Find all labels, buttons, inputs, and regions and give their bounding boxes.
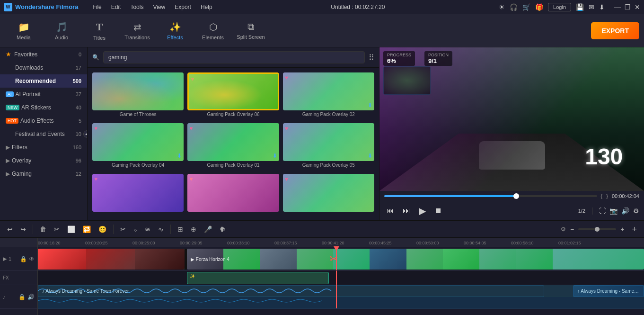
cart-icon[interactable]: 🛒 [522,3,530,11]
track-video-icon: ▶ [3,256,7,262]
effect-item-more3[interactable]: ♥ [283,174,374,216]
export-button[interactable]: EXPORT [591,22,639,39]
minimize-button[interactable]: — [614,3,621,11]
marker-0: 00:00:16:20 [38,241,61,245]
play-button[interactable]: ▶ [416,204,428,217]
zoom-slider[interactable] [578,228,616,230]
effects-track: ✨ [38,271,644,285]
mic-button[interactable]: 🎤 [202,224,214,234]
effects-clip[interactable]: ✨ [187,272,329,284]
emoji-button[interactable]: 😊 [96,224,109,234]
waveform-button[interactable]: ∿ [156,224,166,234]
redo-button[interactable]: ↪ [18,224,28,234]
keyframe-button[interactable]: ⬦ [131,224,140,234]
snapshot-icon[interactable]: 📷 [609,207,618,215]
toolbar-elements[interactable]: ⬡ Elements [194,15,232,46]
menu-edit[interactable]: Edit [106,0,126,14]
maximize-button[interactable]: ❐ [625,3,631,11]
menu-help[interactable]: Help [196,0,217,14]
sidebar-item-audio-effects[interactable]: HOT Audio Effects 5 [0,114,87,127]
toolbar-transitions[interactable]: ⇄ Transitions [118,15,156,46]
panel-collapse-arrow[interactable]: ◀ [83,130,88,138]
rewind-button[interactable]: ⏮ [384,206,397,216]
crop-button[interactable]: ⬜ [65,224,78,234]
sidebar-item-festival[interactable]: Festival and Events 10 [0,127,87,141]
track-lock-icon[interactable]: 🔒 [20,256,27,262]
audio-clip-2[interactable]: ♪ Always Dreaming - Same Town Forev... [573,285,644,297]
audio-clip-1[interactable]: ♪ Always Dreaming - Same Town Forever [38,285,544,297]
track-1-label: 1 [9,256,11,262]
marker-11: 00:01:02:15 [558,241,581,245]
sidebar-item-gaming[interactable]: ▶ Gaming 12 [0,167,87,180]
sidebar-item-ai-portrait[interactable]: AI AI Portrait 37 [0,88,87,101]
sidebar-item-recommended[interactable]: Recommended 500 [0,74,87,88]
stop-button[interactable]: ⏹ [432,206,444,216]
theme-icon[interactable]: ☀ [499,3,505,11]
search-icon: 🔍 [92,54,99,61]
cut-button[interactable]: ✂ [52,224,62,234]
settings-icon[interactable]: ⚙ [633,207,639,215]
close-button[interactable]: ✕ [635,3,640,11]
effect-item-gp4[interactable]: ♥ ⬇ Gaming Pack Overlay 04 [92,123,184,170]
audio-lock-icon[interactable]: 🔒 [18,294,26,300]
sidebar-item-overlay[interactable]: ▶ Overlay 96 [0,154,87,167]
effect-item-gp5[interactable]: ♥ ⬇ Gaming Pack Overlay 05 [283,123,374,170]
save-icon[interactable]: 💾 [576,3,584,11]
add-media-button[interactable]: + [629,223,639,236]
split-clip-button[interactable]: ✂ [118,224,128,234]
menu-bar: File Edit Tools View Export Help [88,0,217,14]
toolbar-media[interactable]: 📁 Media [5,15,43,46]
effect-item-more2[interactable]: ♥ [187,174,279,216]
timeline-ruler[interactable]: 00:00:16:20 00:00:20:25 00:00:25:00 00:0… [38,238,644,247]
waveform-bottom-svg [38,297,644,309]
menu-file[interactable]: File [88,0,106,14]
effect-item-more1[interactable]: ♥ [92,174,184,216]
effect-item-gp1[interactable]: ♥ ⬇ Gaming Pack Overlay 01 [187,123,279,170]
effect-item-got[interactable]: Game of Thrones [92,72,184,119]
sidebar-item-favorites[interactable]: ★ Favorites 0 [0,47,87,61]
audio-adjust-button[interactable]: ≋ [142,224,153,234]
toolbar-elements-label: Elements [202,35,224,40]
playhead-effects [336,271,337,285]
video-clip-1[interactable]: ▶ Forza Horizon 4 [38,249,185,270]
snap-button[interactable]: ⊕ [188,224,199,234]
sidebar-item-ar-stickers[interactable]: NEW AR Stickers 40 [0,101,87,114]
voice-button[interactable]: 🗣 [217,224,229,234]
download-cloud-icon[interactable]: ⬇ [599,3,605,11]
zoom-in-button[interactable]: + [618,224,626,234]
audio-track: ♪ Always Dreaming - Same Town Forever ♪ … [38,285,644,309]
effect-item-gp6[interactable]: ♥ Gaming Pack Overlay 06 [187,72,279,119]
sidebar-item-downloads[interactable]: Downloads 17 [0,61,87,74]
audio-mute-icon[interactable]: 🔊 [27,294,35,300]
headset-icon[interactable]: 🎧 [510,3,518,11]
gift-icon[interactable]: 🎁 [535,3,543,11]
zoom-out-button[interactable]: − [568,224,576,234]
preview-progress-bar[interactable] [384,195,597,197]
effect-item-gp2[interactable]: ♥ ⬇ Gaming Pack Overlay 02 [283,72,374,119]
menu-view[interactable]: View [148,0,170,14]
titles-icon: T [96,21,103,33]
menu-tools[interactable]: Tools [125,0,148,14]
settings-gear-icon[interactable]: ⚙ [561,226,566,233]
delete-button[interactable]: 🗑 [37,224,49,234]
track-eye-icon[interactable]: 👁 [29,256,35,262]
volume-icon[interactable]: 🔊 [621,207,629,215]
add-track-button[interactable]: ⊞ [175,224,185,234]
toolbar-effects[interactable]: ✨ Effects [156,15,194,46]
search-input[interactable] [103,51,365,63]
undo-button[interactable]: ↩ [5,224,15,234]
menu-export[interactable]: Export [170,0,196,14]
grid-view-icon[interactable]: ⠿ [369,53,374,62]
mail-icon[interactable]: ✉ [589,3,594,11]
sidebar-item-filters[interactable]: ▶ Filters 160 [0,141,87,154]
toolbar-audio[interactable]: 🎵 Audio [43,15,80,46]
rotate-button[interactable]: 🔁 [80,224,93,234]
login-button[interactable]: Login [548,3,571,11]
fullscreen-icon[interactable]: ⛶ [599,207,606,215]
marker-5: 00:00:37:15 [274,241,297,245]
overlay-chevron: ▶ [6,157,10,164]
toolbar-split-screen[interactable]: ⧉ Split Screen [232,15,270,46]
video-clip-2[interactable]: ▶ Forza Horizon 4 [187,249,644,270]
step-back-button[interactable]: ⏭ [400,206,413,216]
toolbar-titles[interactable]: T Titles [80,15,118,46]
